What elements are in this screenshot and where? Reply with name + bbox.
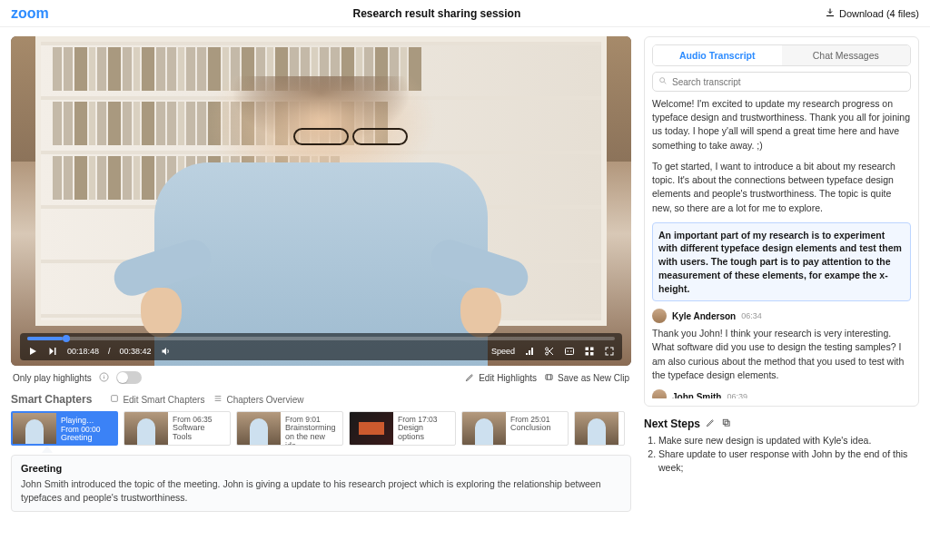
volume-icon[interactable] [161, 346, 172, 357]
speaker-text: Thank you John! I think your research is… [652, 327, 911, 382]
transcript-tabs: Audio Transcript Chat Messages [652, 44, 911, 66]
adjust-icon[interactable] [524, 346, 535, 357]
chapter-item[interactable]: From 17:03Design options [349, 411, 456, 446]
chapter-name: Greeting [61, 434, 112, 443]
grid-icon[interactable] [584, 346, 595, 357]
next-steps: Next Steps Make sure new design is updat… [644, 418, 919, 476]
only-highlights-label: Only play highlights [13, 373, 92, 383]
download-icon [825, 7, 836, 20]
avatar [652, 389, 667, 398]
speaker-name: Kyle Anderson [672, 311, 736, 321]
speaker-name: John Smith [672, 392, 721, 398]
svg-rect-4 [546, 374, 552, 379]
chapters-list: Playing…From 00:00GreetingFrom 06:35Soft… [11, 411, 631, 446]
svg-rect-5 [112, 396, 118, 402]
chapter-name: Brainstorming on the new ide… [285, 424, 338, 446]
chapter-item[interactable]: From 06:35Software Tools [124, 411, 231, 446]
search-input[interactable] [652, 72, 911, 92]
download-label: Download (4 files) [839, 8, 919, 19]
svg-point-6 [660, 78, 665, 83]
list-icon [213, 394, 223, 405]
progress-bar[interactable] [27, 337, 615, 340]
chapters-overview-link[interactable]: Chapters Overview [213, 394, 303, 405]
edit-chapters-link[interactable]: Edit Smart Chapters [110, 394, 204, 405]
speaker-time: 06:39 [727, 392, 747, 398]
transcript-p1: Welcome! I'm excited to update my resear… [652, 97, 911, 152]
svg-rect-8 [725, 421, 729, 426]
chapter-name: Design options [398, 424, 450, 442]
tab-chat-messages[interactable]: Chat Messages [782, 45, 911, 65]
avatar [652, 309, 667, 323]
fullscreen-icon[interactable] [604, 346, 615, 357]
transcript-panel: Audio Transcript Chat Messages Welcome! … [644, 36, 919, 407]
play-icon[interactable] [27, 346, 38, 357]
time-total: 00:38:42 [120, 347, 152, 356]
chapter-name: Conclusion [510, 424, 563, 433]
search-icon [658, 76, 668, 87]
pencil-icon [465, 372, 475, 384]
transcript-p2: To get started, I want to introduce a bi… [652, 160, 911, 215]
chapter-summary: Greeting John Smith introduced the topic… [11, 455, 631, 512]
chapter-name: Software Tools [173, 424, 225, 442]
speed-label[interactable]: Speed [491, 347, 515, 356]
tab-audio-transcript[interactable]: Audio Transcript [653, 45, 782, 65]
chapter-item[interactable]: From 25:01Conclusion [461, 411, 569, 446]
pencil-icon[interactable] [706, 418, 716, 430]
clip-icon [544, 372, 554, 384]
svg-rect-7 [723, 419, 727, 424]
brand-logo[interactable]: zoom [11, 5, 49, 22]
chapter-item-peek[interactable] [574, 411, 625, 446]
scissors-icon[interactable] [544, 346, 555, 357]
next-icon[interactable] [47, 346, 58, 357]
speaker-time: 06:34 [741, 311, 762, 320]
search-field[interactable] [672, 77, 905, 87]
copy-icon[interactable] [721, 418, 731, 430]
time-elapsed: 00:18:48 [67, 347, 99, 356]
edit-highlights-button[interactable]: Edit Highlights [465, 372, 537, 384]
video-controls: 00:18:48 / 00:38:42 Speed [20, 333, 622, 360]
save-clip-button[interactable]: Save as New Clip [544, 372, 629, 384]
captions-icon[interactable] [564, 346, 575, 357]
speaker-row: Kyle Anderson06:34 [652, 309, 911, 323]
speaker-row: John Smith06:39 [652, 389, 911, 398]
next-step-item: Make sure new design is updated with Kyl… [658, 434, 919, 447]
chapter-item[interactable]: Playing…From 00:00Greeting [11, 411, 118, 446]
info-icon[interactable] [99, 372, 109, 384]
chapter-playing: Playing… [61, 416, 112, 425]
svg-rect-2 [566, 349, 574, 355]
next-steps-title: Next Steps [644, 418, 700, 430]
summary-text: John Smith introduced the topic of the m… [21, 477, 621, 504]
smart-chapters-title: Smart Chapters [11, 393, 92, 406]
page-title: Research result sharing session [49, 7, 825, 20]
next-step-item: Share update to user response with John … [658, 447, 919, 475]
transcript-highlight[interactable]: An important part of my research is to e… [652, 222, 911, 301]
save-clip-label: Save as New Clip [558, 373, 629, 383]
summary-heading: Greeting [21, 463, 621, 474]
chapter-item[interactable]: From 9:01Brainstorming on the new ide… [236, 411, 343, 446]
download-button[interactable]: Download (4 files) [825, 7, 919, 20]
video-player[interactable]: 00:18:48 / 00:38:42 Speed [11, 36, 631, 366]
edit-highlights-label: Edit Highlights [479, 373, 537, 383]
edit-icon [110, 394, 119, 405]
only-highlights-toggle[interactable] [116, 371, 142, 384]
